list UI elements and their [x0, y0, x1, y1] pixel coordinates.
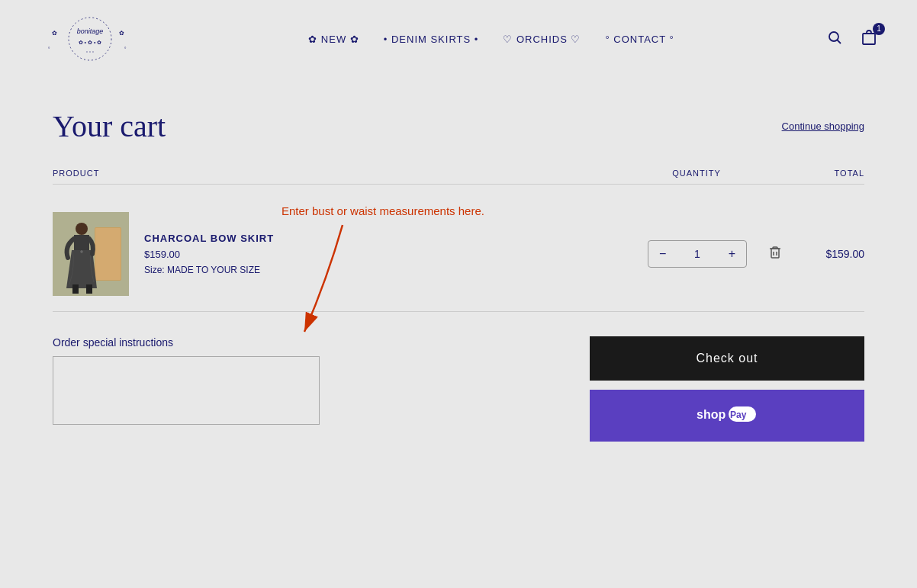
svg-rect-15 — [74, 235, 89, 250]
delete-item-button[interactable] — [762, 239, 788, 269]
svg-text:✿: ✿ — [52, 30, 57, 37]
continue-shopping-link[interactable]: Continue shopping — [782, 120, 864, 132]
nav-contact[interactable]: ° CONTACT ° — [606, 34, 674, 45]
nav-new[interactable]: ✿ NEW ✿ — [308, 34, 359, 45]
svg-point-8 — [829, 32, 838, 41]
left-section: Order special instructions — [53, 336, 559, 442]
item-price: $159.00 — [144, 249, 648, 260]
svg-text:bonitage: bonitage — [77, 27, 104, 35]
svg-text:Pay: Pay — [730, 410, 747, 420]
svg-rect-13 — [95, 228, 121, 280]
right-section: Check out shop Pay — [590, 336, 864, 442]
order-instructions-textarea[interactable] — [53, 356, 320, 425]
cart-count: 1 — [873, 23, 885, 35]
svg-text:✿ • ✿ • ✿: ✿ • ✿ • ✿ — [79, 40, 102, 45]
cart-bottom: Order special instructions Check out sho… — [53, 336, 864, 442]
instructions-label: Order special instructions — [53, 336, 559, 349]
nav-orchids[interactable]: ♡ ORCHIDS ♡ — [503, 34, 581, 45]
item-details: CHARCOAL BOW SKIRT $159.00 Size: MADE TO… — [144, 233, 648, 275]
column-total: TOTAL — [773, 169, 864, 178]
item-name: CHARCOAL BOW SKIRT — [144, 233, 648, 244]
quantity-increase-button[interactable]: + — [718, 241, 746, 267]
cart-title: Your cart — [53, 108, 166, 144]
quantity-decrease-button[interactable]: − — [648, 241, 677, 267]
search-button[interactable] — [824, 27, 845, 52]
svg-text:°: ° — [124, 47, 127, 51]
cart-table-header: PRODUCT QUANTITY TOTAL — [53, 162, 864, 185]
svg-text:✿: ✿ — [119, 30, 124, 37]
shop-pay-icon: shop Pay — [697, 405, 758, 426]
item-image — [53, 212, 129, 296]
nav-denim-skirts[interactable]: • DENIM SKIRTS • — [384, 34, 479, 45]
svg-line-9 — [837, 40, 841, 43]
svg-rect-10 — [863, 34, 875, 44]
svg-rect-19 — [771, 249, 779, 258]
item-total: $159.00 — [803, 248, 864, 260]
cart-header: Your cart Continue shopping — [53, 108, 864, 144]
column-product: PRODUCT — [53, 169, 620, 178]
quantity-value: 1 — [677, 248, 717, 260]
item-size: Size: MADE TO YOUR SIZE — [144, 265, 648, 275]
svg-text:shop: shop — [697, 408, 726, 421]
checkout-button[interactable]: Check out — [590, 336, 864, 381]
logo[interactable]: ✿ ✿ ° ° bonitage ✿ • ✿ • ✿ ° ° ° — [37, 12, 159, 66]
svg-point-14 — [76, 223, 88, 235]
main-nav: ✿ NEW ✿ • DENIM SKIRTS • ♡ ORCHIDS ♡ ° C… — [308, 34, 674, 45]
annotation-text: Enter bust or waist measurements here. — [282, 204, 484, 217]
column-quantity: QUANTITY — [620, 169, 773, 178]
cart-button[interactable]: 1 — [857, 26, 880, 53]
cart-item: CHARCOAL BOW SKIRT $159.00 Size: MADE TO… — [53, 197, 864, 312]
svg-text:°: ° — [48, 47, 50, 51]
shop-pay-button[interactable]: shop Pay — [590, 390, 864, 442]
main-content: Your cart Continue shopping PRODUCT QUAN… — [16, 78, 901, 472]
svg-rect-16 — [72, 284, 79, 294]
svg-rect-17 — [86, 284, 92, 294]
header-icons: 1 — [824, 26, 880, 53]
site-header: ✿ ✿ ° ° bonitage ✿ • ✿ • ✿ ° ° ° ✿ NEW ✿… — [0, 0, 917, 78]
annotation-container: Enter bust or waist measurements here. — [282, 204, 484, 358]
quantity-controls: − 1 + — [648, 240, 747, 268]
svg-text:° ° °: ° ° ° — [86, 50, 95, 55]
